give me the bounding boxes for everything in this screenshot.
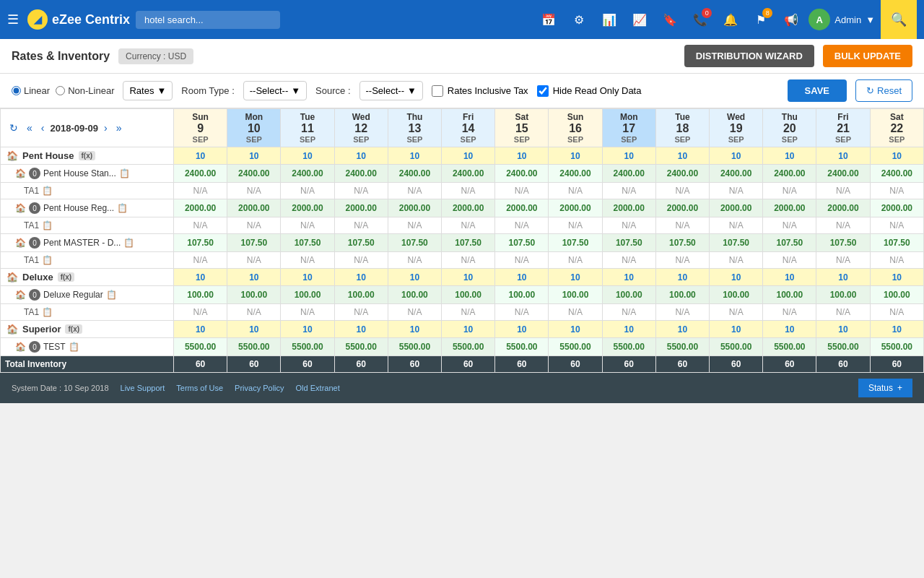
inventory-cell[interactable]: 10	[174, 147, 227, 165]
rate-cell[interactable]: 5500.00	[334, 338, 388, 356]
inventory-cell[interactable]: 10	[442, 269, 495, 286]
rate-cell[interactable]: 2400.00	[174, 165, 227, 183]
rate-cell[interactable]: 5500.00	[602, 338, 655, 356]
copy-icon[interactable]: 📋	[117, 203, 128, 213]
inventory-cell[interactable]: 10	[388, 321, 441, 338]
inventory-cell[interactable]: 10	[495, 147, 549, 165]
inventory-cell[interactable]: 10	[655, 147, 709, 165]
refresh-btn[interactable]: ↻	[6, 121, 21, 135]
reports-icon-btn[interactable]: 📊	[596, 7, 622, 33]
linear-radio-label[interactable]: Linear	[12, 85, 50, 96]
rate-cell[interactable]: 107.50	[281, 234, 334, 252]
rate-cell[interactable]: 5500.00	[174, 338, 227, 356]
distribution-wizard-button[interactable]: DISTRIBUTION WIZARD	[684, 45, 814, 67]
rate-cell[interactable]: 107.50	[227, 234, 281, 252]
rate-cell[interactable]: 100.00	[870, 286, 923, 304]
inventory-cell[interactable]: 10	[602, 321, 655, 338]
rate-cell[interactable]: 5500.00	[710, 338, 763, 356]
rate-cell[interactable]: 5500.00	[816, 338, 870, 356]
rate-cell[interactable]: 5500.00	[495, 338, 549, 356]
rate-cell[interactable]: 2000.00	[495, 199, 549, 217]
rate-cell[interactable]: 2000.00	[763, 199, 816, 217]
copy-icon[interactable]: 📋	[106, 290, 117, 300]
rate-cell[interactable]: 2400.00	[442, 165, 495, 183]
rate-cell[interactable]: 107.50	[442, 234, 495, 252]
inventory-cell[interactable]: 10	[710, 321, 763, 338]
inventory-cell[interactable]: 10	[388, 147, 441, 165]
rate-cell[interactable]: 100.00	[442, 286, 495, 304]
rate-cell[interactable]: 100.00	[227, 286, 281, 304]
inventory-cell[interactable]: 10	[281, 321, 334, 338]
nav-prev-btn[interactable]: ‹	[38, 121, 48, 135]
inventory-cell[interactable]: 10	[763, 147, 816, 165]
inventory-cell[interactable]: 10	[816, 147, 870, 165]
old-extranet-link[interactable]: Old Extranet	[296, 384, 340, 392]
rate-cell[interactable]: 2400.00	[602, 165, 655, 183]
source-dropdown[interactable]: --Select-- ▼	[359, 81, 423, 100]
inventory-cell[interactable]: 10	[870, 147, 923, 165]
rate-cell[interactable]: 2400.00	[816, 165, 870, 183]
inventory-cell[interactable]: 10	[816, 321, 870, 338]
rate-cell[interactable]: 2400.00	[227, 165, 281, 183]
inventory-cell[interactable]: 10	[495, 269, 549, 286]
copy-icon[interactable]: 📋	[69, 342, 79, 352]
rate-cell[interactable]: 100.00	[549, 286, 602, 304]
rate-cell[interactable]: 107.50	[388, 234, 441, 252]
inventory-cell[interactable]: 10	[174, 269, 227, 286]
rate-cell[interactable]: 2000.00	[549, 199, 602, 217]
rate-cell[interactable]: 100.00	[495, 286, 549, 304]
live-support-link[interactable]: Live Support	[121, 384, 165, 392]
inventory-cell[interactable]: 10	[763, 321, 816, 338]
rate-cell[interactable]: 107.50	[816, 234, 870, 252]
copy-icon[interactable]: 📋	[42, 220, 53, 230]
rate-cell[interactable]: 5500.00	[870, 338, 923, 356]
rate-cell[interactable]: 107.50	[870, 234, 923, 252]
rate-cell[interactable]: 2000.00	[281, 199, 334, 217]
nav-prev-prev-btn[interactable]: «	[24, 121, 35, 135]
inventory-cell[interactable]: 10	[388, 269, 441, 286]
privacy-link[interactable]: Privacy Policy	[235, 384, 284, 392]
phone-icon-btn[interactable]: 📞 0	[687, 7, 713, 33]
inventory-cell[interactable]: 10	[816, 269, 870, 286]
copy-icon[interactable]: 📋	[42, 307, 53, 317]
tools-icon-btn[interactable]: ⚙	[566, 7, 592, 33]
rate-cell[interactable]: 100.00	[655, 286, 709, 304]
rate-cell[interactable]: 5500.00	[655, 338, 709, 356]
rate-cell[interactable]: 2000.00	[388, 199, 441, 217]
rate-cell[interactable]: 107.50	[549, 234, 602, 252]
rate-cell[interactable]: 100.00	[174, 286, 227, 304]
calendar-icon-btn[interactable]: 📅	[536, 7, 562, 33]
inventory-cell[interactable]: 10	[495, 321, 549, 338]
rate-cell[interactable]: 100.00	[334, 286, 388, 304]
reset-button[interactable]: ↻ Reset	[855, 79, 912, 102]
rates-inclusive-tax-checkbox[interactable]	[432, 85, 443, 97]
megaphone-icon-btn[interactable]: 📢	[778, 7, 804, 33]
rate-cell[interactable]: 107.50	[602, 234, 655, 252]
inventory-cell[interactable]: 10	[227, 147, 281, 165]
copy-icon[interactable]: 📋	[123, 238, 134, 248]
inventory-cell[interactable]: 10	[227, 321, 281, 338]
rate-cell[interactable]: 2000.00	[442, 199, 495, 217]
admin-menu-btn[interactable]: A Admin ▼	[808, 9, 875, 30]
save-button[interactable]: SAVE	[788, 79, 847, 102]
rate-cell[interactable]: 100.00	[281, 286, 334, 304]
inventory-cell[interactable]: 10	[174, 321, 227, 338]
copy-icon[interactable]: 📋	[42, 186, 53, 196]
rate-cell[interactable]: 2400.00	[870, 165, 923, 183]
inventory-cell[interactable]: 10	[763, 269, 816, 286]
flag-icon-btn[interactable]: ⚑ 8	[748, 7, 774, 33]
rate-cell[interactable]: 107.50	[495, 234, 549, 252]
rate-cell[interactable]: 2400.00	[281, 165, 334, 183]
hide-read-only-checkbox[interactable]	[537, 85, 549, 97]
rate-cell[interactable]: 2000.00	[710, 199, 763, 217]
inventory-cell[interactable]: 10	[549, 321, 602, 338]
rate-cell[interactable]: 100.00	[388, 286, 441, 304]
room-type-dropdown[interactable]: --Select-- ▼	[243, 81, 307, 100]
rate-cell[interactable]: 2000.00	[816, 199, 870, 217]
rate-cell[interactable]: 2000.00	[174, 199, 227, 217]
inventory-cell[interactable]: 10	[334, 269, 388, 286]
inventory-cell[interactable]: 10	[227, 269, 281, 286]
rate-cell[interactable]: 2000.00	[602, 199, 655, 217]
nav-next-btn[interactable]: ›	[101, 121, 110, 135]
copy-icon[interactable]: 📋	[42, 255, 53, 265]
